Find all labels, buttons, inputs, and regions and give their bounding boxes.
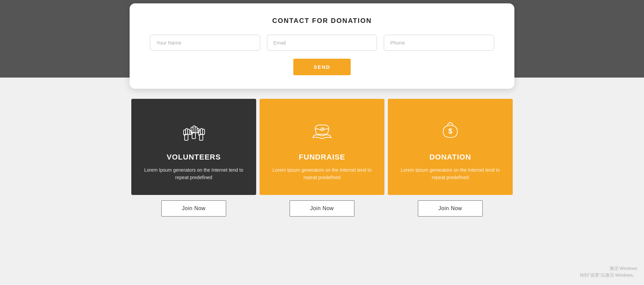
join-btn-wrap-3: Join Now [388, 200, 513, 217]
volunteers-card: VOLUNTEERS Lorem Ipsum generators on the… [131, 99, 256, 195]
donation-title: DONATION [429, 153, 471, 162]
send-button[interactable]: SEND [293, 59, 351, 75]
fundraise-icon [307, 116, 337, 146]
cards-section: VOLUNTEERS Lorem Ipsum generators on the… [130, 99, 514, 195]
fundraise-card: FUNDRAISE Lorem Ipsum generators on the … [260, 99, 384, 195]
phone-input[interactable] [384, 35, 494, 51]
join-now-button-volunteers[interactable]: Join Now [161, 200, 226, 217]
svg-rect-13 [203, 129, 205, 135]
contact-form-title: CONTACT FOR DONATION [150, 17, 494, 25]
name-input[interactable] [150, 35, 260, 51]
fundraise-desc: Lorem Ipsum generators on the Internet t… [270, 166, 374, 181]
fundraise-title: FUNDRAISE [299, 153, 345, 162]
donation-desc: Lorem Ipsum generators on the Internet t… [398, 166, 503, 181]
donation-icon: $ [435, 116, 465, 146]
join-btn-wrap-2: Join Now [260, 200, 384, 217]
volunteers-icon [179, 116, 209, 146]
svg-text:$: $ [448, 127, 452, 135]
volunteers-desc: Lorem Ipsum generators on the Internet t… [141, 166, 246, 181]
volunteers-title: VOLUNTEERS [167, 153, 221, 162]
join-now-button-fundraise[interactable]: Join Now [290, 200, 354, 217]
join-row: Join Now Join Now Join Now [130, 200, 514, 217]
watermark: 激活 Windows转到"设置"以激活 Windows。 [580, 265, 637, 278]
form-row [150, 35, 494, 51]
donation-card: $ DONATION Lorem Ipsum generators on the… [388, 99, 513, 195]
join-btn-wrap-1: Join Now [131, 200, 256, 217]
join-now-button-donation[interactable]: Join Now [418, 200, 483, 217]
send-btn-row: SEND [150, 59, 494, 75]
page-wrapper: CONTACT FOR DONATION SEND [0, 0, 644, 217]
contact-card: CONTACT FOR DONATION SEND [130, 3, 514, 89]
email-input[interactable] [267, 35, 377, 51]
